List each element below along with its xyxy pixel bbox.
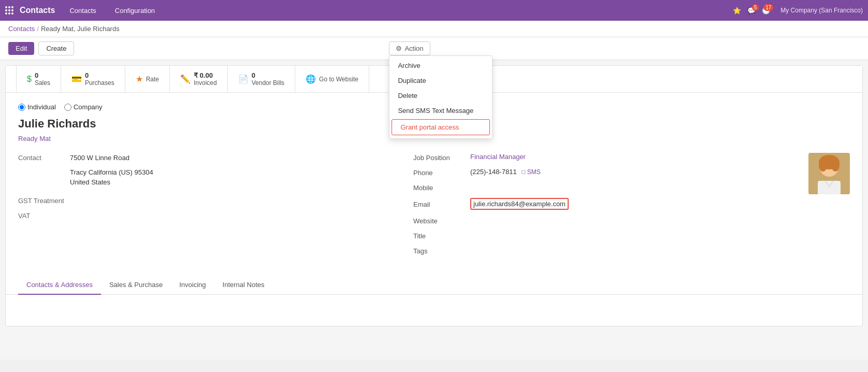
invoiced-value: ₹ 0.00 (194, 71, 217, 79)
stat-purchases[interactable]: 💳 0 Purchases (61, 66, 125, 92)
dropdown-archive[interactable]: Archive (389, 58, 492, 73)
nav-contacts[interactable]: Contacts (65, 5, 100, 17)
doc-icon: 📄 (238, 74, 249, 84)
messages-icon[interactable]: 💬 5 (747, 7, 756, 15)
purchases-label: Purchases (85, 79, 114, 87)
contact-row: Contact 7500 W Linne Road Tracy Californ… (18, 153, 393, 188)
contact-label: Contact (18, 153, 70, 188)
breadcrumb-current: Ready Mat, Julie Richards (41, 25, 120, 33)
dropdown-portal[interactable]: Grant portal access (392, 119, 490, 135)
dollar-icon: $ (27, 75, 32, 84)
title-label: Title (413, 231, 470, 240)
address-line2: Tracy California (US) 95304 (70, 167, 153, 178)
navbar: Contacts Contacts Configuration ⭐ 💬 5 🕐 … (0, 0, 868, 21)
navbar-right: ⭐ 💬 5 🕐 17 My Company (San Francisco) (733, 7, 863, 15)
grid-menu-icon[interactable] (5, 6, 13, 15)
sms-link[interactable]: □ SMS (522, 168, 541, 176)
stat-invoiced[interactable]: ✏️ ₹ 0.00 Invoiced (170, 66, 228, 92)
stat-vendor-bills[interactable]: 📄 0 Vendor Bills (228, 66, 295, 92)
company-name: My Company (San Francisco) (780, 7, 863, 14)
company-label: Company (74, 103, 103, 111)
email-label: Email (413, 199, 470, 208)
website-row: Website (413, 216, 788, 225)
action-dropdown-container: ⚙ Action Archive Duplicate Delete Send S… (389, 41, 430, 55)
website-label: Website (413, 216, 470, 225)
individual-radio[interactable] (18, 104, 25, 111)
gst-row: GST Treatment (18, 196, 393, 205)
app-title: Contacts (20, 6, 55, 15)
gst-label: GST Treatment (18, 196, 70, 205)
phone-value: (225)-148-7811 □ SMS (470, 168, 541, 176)
website-label: Go to Website (319, 76, 358, 83)
invoiced-label: Invoiced (194, 79, 217, 87)
action-dropdown-menu: Archive Duplicate Delete Send SMS Text M… (389, 55, 493, 139)
email-value[interactable]: julie.richards84@example.com (470, 198, 569, 210)
job-position-value: Financial Manager (470, 153, 526, 161)
tab-sales-purchase[interactable]: Sales & Purchase (101, 276, 171, 295)
stat-sales[interactable]: $ 0 Sales (16, 66, 61, 92)
star-stat-icon: ★ (136, 74, 143, 84)
gear-icon: ⚙ (396, 45, 402, 52)
svg-point-4 (831, 159, 840, 171)
breadcrumb-separator: / (37, 25, 39, 33)
email-row: Email julie.richards84@example.com (413, 198, 788, 210)
action-bar: Edit Create ⚙ Action Archive Duplicate D… (0, 37, 868, 60)
vendor-bills-value: 0 (252, 71, 284, 79)
phone-label: Phone (413, 168, 470, 177)
title-row: Title (413, 231, 788, 240)
nav-configuration[interactable]: Configuration (111, 5, 159, 17)
action-button[interactable]: ⚙ Action (389, 41, 430, 55)
right-col: Job Position Financial Manager Phone (22… (413, 153, 788, 261)
rate-label: Rate (146, 76, 159, 83)
individual-label: Individual (27, 103, 56, 111)
edit-button[interactable]: Edit (8, 42, 34, 55)
stat-website[interactable]: 🌐 Go to Website (295, 66, 369, 92)
company-radio-label[interactable]: Company (64, 103, 103, 111)
job-position-label: Job Position (413, 153, 470, 162)
globe-icon: 🌐 (306, 74, 316, 84)
avatar-image (808, 153, 850, 194)
svg-rect-5 (818, 181, 841, 194)
phone-row: Phone (225)-148-7811 □ SMS (413, 168, 788, 177)
tab-contacts-addresses[interactable]: Contacts & Addresses (18, 276, 101, 295)
tab-internal-notes[interactable]: Internal Notes (214, 276, 273, 295)
breadcrumb-parent[interactable]: Contacts (8, 25, 35, 33)
company-radio[interactable] (64, 104, 71, 111)
company-link[interactable]: Ready Mat (18, 135, 51, 142)
tags-label: Tags (413, 246, 470, 255)
individual-radio-label[interactable]: Individual (18, 103, 56, 111)
dropdown-duplicate[interactable]: Duplicate (389, 73, 492, 88)
clock-icon[interactable]: 🕐 17 (762, 7, 770, 15)
action-label: Action (404, 45, 423, 52)
dropdown-delete[interactable]: Delete (389, 88, 492, 103)
avatar (808, 153, 850, 194)
sms-icon: □ (522, 168, 525, 176)
purchases-value: 0 (85, 71, 114, 79)
mobile-label: Mobile (413, 183, 470, 192)
phone-number: (225)-148-7811 (470, 168, 517, 176)
card-icon: 💳 (71, 74, 82, 84)
tab-invoicing[interactable]: Invoicing (171, 276, 214, 295)
sms-label: SMS (527, 168, 541, 176)
job-position-row: Job Position Financial Manager (413, 153, 788, 162)
address-line3: United States (70, 177, 153, 188)
create-button[interactable]: Create (38, 41, 74, 55)
dropdown-sms[interactable]: Send SMS Text Message (389, 103, 492, 118)
left-col: Contact 7500 W Linne Road Tracy Californ… (18, 153, 393, 261)
edit-stat-icon: ✏️ (180, 74, 191, 84)
nav-links: Contacts Configuration (65, 5, 159, 17)
contact-columns: Contact 7500 W Linne Road Tracy Californ… (18, 153, 850, 261)
stat-rate[interactable]: ★ Rate (125, 66, 170, 92)
tab-content (6, 295, 862, 326)
vat-label: VAT (18, 211, 70, 220)
clock-badge: 17 (763, 4, 773, 11)
vendor-bills-label: Vendor Bills (252, 79, 284, 87)
vat-row: VAT (18, 211, 393, 220)
sales-value: 0 (35, 71, 50, 79)
mobile-row: Mobile (413, 183, 788, 192)
tabs-bar: Contacts & Addresses Sales & Purchase In… (6, 276, 862, 295)
messages-badge: 5 (752, 4, 759, 11)
tags-row: Tags (413, 246, 788, 255)
star-icon[interactable]: ⭐ (733, 7, 741, 15)
contact-address: 7500 W Linne Road Tracy California (US) … (70, 153, 153, 188)
